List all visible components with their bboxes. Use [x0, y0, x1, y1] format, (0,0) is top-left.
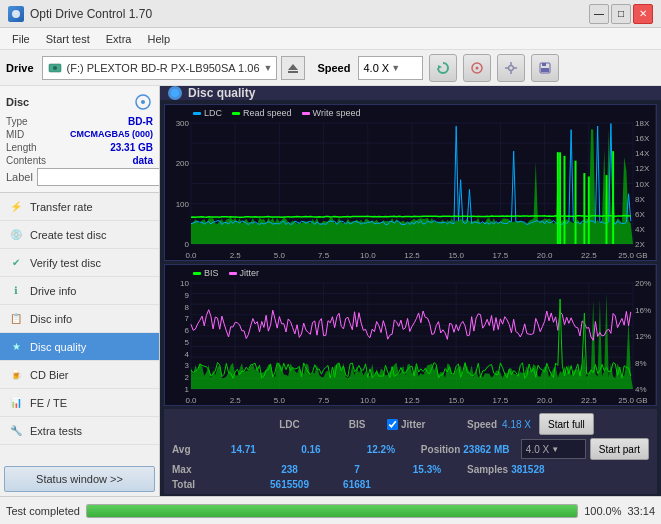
disc-length-row: Length 23.31 GB: [6, 142, 153, 153]
write-speed-legend-label: Write speed: [313, 108, 361, 118]
nav-disc-quality[interactable]: ★ Disc quality: [0, 333, 159, 361]
disc-info-panel: Disc Type BD-R MID CMCMAGBA5 (000) Lengt…: [0, 86, 159, 193]
speed-select-wrapper[interactable]: 4.0 X ▼: [521, 439, 586, 459]
bis-total-value: 61681: [343, 479, 371, 490]
position-row: Position 23862 MB: [421, 444, 521, 455]
eject-button[interactable]: [281, 56, 305, 80]
label-input[interactable]: [37, 168, 160, 186]
options-button[interactable]: [497, 54, 525, 82]
nav-create-test-disc[interactable]: 💿 Create test disc: [0, 221, 159, 249]
speed-value-display: 4.18 X: [502, 419, 531, 430]
length-label: Length: [6, 142, 37, 153]
progress-text: 100.0%: [584, 505, 621, 517]
disc-button[interactable]: [463, 54, 491, 82]
bis-avg-value: 0.16: [301, 444, 320, 455]
chart-header-icon: [168, 86, 182, 100]
save-icon: [538, 61, 552, 75]
start-part-btn-wrapper[interactable]: Start part: [590, 438, 649, 460]
stats-total-row: Total 5615509 61681: [172, 478, 649, 490]
jitter-avg-cell: 12.2%: [341, 443, 421, 455]
read-speed-legend-label: Read speed: [243, 108, 292, 118]
menu-file[interactable]: File: [4, 31, 38, 47]
avg-row-label: Avg: [172, 443, 206, 455]
read-speed-legend-dot: [232, 112, 240, 115]
drive-dropdown-arrow: ▼: [264, 63, 273, 73]
nav-fe-te[interactable]: 📊 FE / TE: [0, 389, 159, 417]
stats-max-row: Max 238 7 15.3% Samples 381528: [172, 463, 649, 475]
nav-cd-bier[interactable]: 🍺 CD Bier: [0, 361, 159, 389]
menu-start-test[interactable]: Start test: [38, 31, 98, 47]
save-button[interactable]: [531, 54, 559, 82]
lower-legend: BIS Jitter: [193, 268, 259, 278]
refresh-button[interactable]: [429, 54, 457, 82]
nav-verify-test-disc[interactable]: ✔ Verify test disc: [0, 249, 159, 277]
titlebar: Opti Drive Control 1.70 — □ ✕: [0, 0, 661, 28]
app-icon: [8, 6, 24, 22]
disc-icon: [470, 61, 484, 75]
time-text: 33:14: [627, 505, 655, 517]
sidebar: Disc Type BD-R MID CMCMAGBA5 (000) Lengt…: [0, 86, 160, 496]
svg-point-0: [12, 10, 20, 18]
samples-row: Samples 381528: [467, 464, 567, 475]
ldc-legend-dot: [193, 112, 201, 115]
start-full-btn-wrapper[interactable]: Start full: [539, 413, 619, 435]
drive-info-icon: ℹ: [8, 283, 24, 299]
status-text: Test completed: [6, 505, 80, 517]
type-label: Type: [6, 116, 28, 127]
drive-text: (F:) PLEXTOR BD-R PX-LB950SA 1.06: [67, 62, 260, 74]
contents-value: data: [132, 155, 153, 166]
fe-te-icon: 📊: [8, 395, 24, 411]
menu-extra[interactable]: Extra: [98, 31, 140, 47]
menu-help[interactable]: Help: [139, 31, 178, 47]
nav-transfer-rate[interactable]: ⚡ Transfer rate: [0, 193, 159, 221]
bis-legend-dot: [193, 272, 201, 275]
jitter-checkbox[interactable]: [387, 419, 398, 430]
bis-max-value: 7: [354, 464, 360, 475]
svg-rect-4: [288, 71, 298, 73]
speed-dropdown[interactable]: 4.0 X ▼: [521, 439, 586, 459]
ldc-header: LDC: [279, 419, 300, 430]
upper-legend: LDC Read speed Write speed: [193, 108, 360, 118]
ldc-legend-label: LDC: [204, 108, 222, 118]
nav-create-test-disc-label: Create test disc: [30, 229, 106, 241]
bis-legend: BIS: [193, 268, 219, 278]
nav-extra-tests[interactable]: 🔧 Extra tests: [0, 417, 159, 445]
eject-icon: [286, 61, 300, 75]
jitter-check-wrapper[interactable]: Jitter: [387, 419, 467, 430]
disc-small-icon: [133, 92, 153, 112]
avg-label: Avg: [172, 444, 191, 455]
ldc-max-value: 238: [281, 464, 298, 475]
nav-disc-quality-label: Disc quality: [30, 341, 86, 353]
content-area: Disc quality LDC Read speed: [160, 86, 661, 496]
disc-section-title: Disc: [6, 96, 29, 108]
speed-select[interactable]: 4.0 X ▼: [358, 56, 423, 80]
disc-label-row: Label: [6, 168, 153, 186]
verify-test-disc-icon: ✔: [8, 255, 24, 271]
close-button[interactable]: ✕: [633, 4, 653, 24]
mid-label: MID: [6, 129, 24, 140]
extra-tests-icon: 🔧: [8, 423, 24, 439]
gear-icon: [504, 61, 518, 75]
jitter-avg-value: 12.2%: [367, 444, 395, 455]
nav-drive-info[interactable]: ℹ Drive info: [0, 277, 159, 305]
status-window-label: Status window >>: [36, 473, 123, 485]
lower-chart: BIS Jitter: [164, 264, 657, 406]
maximize-button[interactable]: □: [611, 4, 631, 24]
nav-extra-tests-label: Extra tests: [30, 425, 82, 437]
mid-value: CMCMAGBA5 (000): [70, 129, 153, 140]
drive-select[interactable]: (F:) PLEXTOR BD-R PX-LB950SA 1.06 ▼: [42, 56, 278, 80]
svg-marker-3: [288, 64, 298, 70]
speed-col-header: Speed 4.18 X: [467, 418, 531, 430]
disc-mid-row: MID CMCMAGBA5 (000): [6, 129, 153, 140]
max-label: Max: [172, 464, 191, 475]
speed-header: Speed: [467, 419, 497, 430]
jitter-max-cell: 15.3%: [387, 463, 467, 475]
status-window-button[interactable]: Status window >>: [4, 466, 155, 492]
minimize-button[interactable]: —: [589, 4, 609, 24]
bis-header: BIS: [349, 419, 366, 430]
svg-rect-14: [542, 63, 546, 66]
nav-disc-info[interactable]: 📋 Disc info: [0, 305, 159, 333]
start-full-button[interactable]: Start full: [539, 413, 594, 435]
titlebar-controls[interactable]: — □ ✕: [589, 4, 653, 24]
start-part-button[interactable]: Start part: [590, 438, 649, 460]
